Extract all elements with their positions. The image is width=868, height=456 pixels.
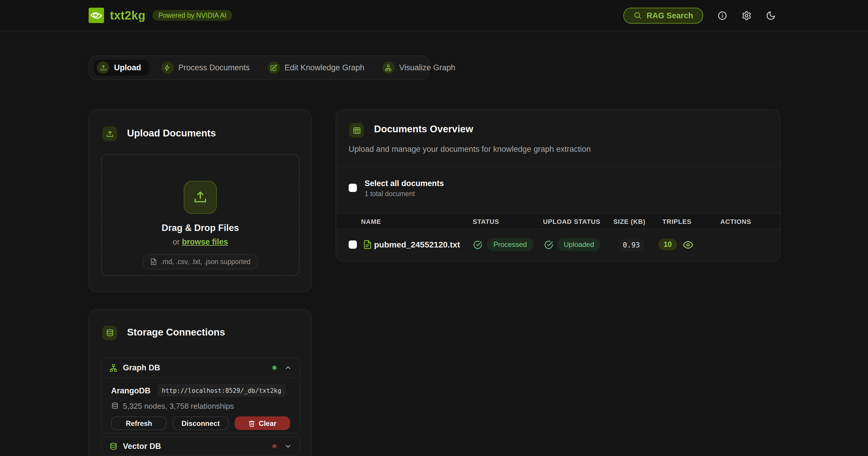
total-documents-label: 1 total document (365, 190, 444, 197)
table-row[interactable]: pubmed_24552120.txt Processed Uploaded 0… (336, 229, 780, 262)
chevron-up-icon[interactable] (284, 364, 292, 371)
status-badge: Processed (487, 238, 533, 251)
column-header-status: STATUS (473, 218, 499, 225)
disconnected-status-dot (272, 444, 277, 448)
divider (336, 167, 780, 167)
file-text-icon (363, 240, 372, 249)
column-header-actions: ACTIONS (720, 218, 751, 225)
chevron-down-icon[interactable] (284, 443, 292, 450)
top-bar: txt2kg Powered by NVIDIA AI RAG Search (0, 0, 868, 31)
card-title: Documents Overview (374, 124, 473, 135)
dropzone-title: Drag & Drop Files (102, 223, 299, 233)
upload-status-badge: Uploaded (557, 238, 601, 251)
info-icon[interactable] (717, 10, 727, 21)
storage-connections-card: Storage Connections Graph DB ArangoDB ht… (89, 309, 311, 456)
column-header-name: NAME (361, 218, 381, 225)
graph-network-icon (109, 364, 118, 372)
upload-icon (102, 126, 117, 141)
select-all-row: Select all documents 1 total document (349, 179, 444, 197)
powered-by-badge: Powered by NVIDIA AI (152, 10, 232, 21)
check-circle-icon (473, 240, 482, 249)
lightning-icon (161, 61, 174, 74)
row-checkbox[interactable] (349, 240, 357, 249)
database-icon (109, 442, 118, 450)
card-title: Upload Documents (127, 128, 216, 139)
document-name: pubmed_24552120.txt (374, 240, 460, 249)
database-icon (102, 325, 117, 340)
select-all-checkbox[interactable] (349, 184, 357, 192)
supported-formats-pill: .md, .csv, .txt, .json supported (143, 254, 258, 269)
or-text: or (173, 237, 180, 246)
browse-files-link[interactable]: browse files (182, 237, 228, 246)
nvidia-logo-icon (89, 8, 104, 23)
disconnect-label: Disconnect (181, 419, 219, 427)
view-eye-icon[interactable] (683, 240, 693, 250)
database-icon (111, 402, 119, 410)
settings-gear-icon[interactable] (742, 10, 752, 21)
documents-overview-card: Documents Overview Upload and manage you… (336, 109, 780, 262)
column-header-size: SIZE (KB) (613, 218, 646, 225)
size-value: 0.93 (619, 239, 644, 251)
dropzone-subtext: or browse files (102, 237, 299, 246)
card-title: Storage Connections (127, 327, 225, 338)
tab-visualize-graph[interactable]: Visualize Graph (380, 60, 461, 75)
triples-count-badge: 10 (658, 239, 677, 251)
tab-process-documents[interactable]: Process Documents (159, 60, 256, 75)
trash-icon (248, 420, 255, 427)
clear-button[interactable]: Clear (234, 416, 290, 430)
rag-search-button[interactable]: RAG Search (623, 7, 703, 23)
vector-db-panel: Vector DB (101, 436, 300, 455)
column-header-triples: TRIPLES (662, 218, 692, 225)
refresh-label: Refresh (126, 419, 152, 427)
refresh-button[interactable]: Refresh (111, 416, 167, 430)
table-grid-icon (349, 123, 364, 138)
graph-db-actions: Refresh Disconnect Clear (111, 416, 290, 430)
tab-label: Edit Knowledge Graph (284, 63, 364, 72)
graph-network-icon (382, 61, 395, 74)
graph-db-stats: 5,325 nodes, 3,758 relationships (111, 402, 290, 411)
upload-icon (184, 181, 217, 214)
tab-upload[interactable]: Upload (94, 60, 150, 75)
vector-db-label: Vector DB (123, 442, 272, 451)
graph-db-label: Graph DB (123, 363, 272, 372)
graph-db-details: ArangoDB http://localhost:8529/_db/txt2k… (102, 378, 300, 437)
edit-icon (267, 61, 280, 74)
topbar-actions: RAG Search (623, 7, 776, 23)
table-header: NAME STATUS UPLOAD STATUS SIZE (KB) TRIP… (336, 213, 780, 229)
clear-label: Clear (259, 419, 277, 427)
search-icon (633, 11, 642, 20)
select-all-label: Select all documents (365, 179, 444, 188)
tab-edit-knowledge-graph[interactable]: Edit Knowledge Graph (265, 60, 370, 75)
app: txt2kg Powered by NVIDIA AI RAG Search (0, 0, 868, 456)
graph-db-panel: Graph DB ArangoDB http://localhost:8529/… (101, 357, 300, 433)
supported-formats-label: .md, .csv, .txt, .json supported (161, 258, 251, 265)
stats-text: 5,325 nodes, 3,758 relationships (123, 402, 234, 411)
column-header-upload-status: UPLOAD STATUS (543, 218, 600, 225)
card-subtitle: Upload and manage your documents for kno… (349, 145, 591, 154)
tab-bar: Upload Process Documents Edit Knowledge … (89, 56, 429, 80)
dark-mode-moon-icon[interactable] (766, 10, 776, 21)
upload-icon (97, 61, 109, 74)
file-icon (150, 258, 157, 265)
vector-db-header[interactable]: Vector DB (102, 436, 300, 456)
check-circle-icon (544, 240, 553, 249)
graph-db-header[interactable]: Graph DB (102, 358, 300, 378)
tab-label: Process Documents (179, 63, 250, 72)
provider-name: ArangoDB (111, 386, 151, 395)
brand: txt2kg Powered by NVIDIA AI (89, 8, 232, 23)
connected-status-dot (272, 366, 277, 370)
drag-drop-zone[interactable]: Drag & Drop Files or browse files .md, .… (101, 154, 300, 276)
disconnect-button[interactable]: Disconnect (173, 416, 229, 430)
connection-url: http://localhost:8529/_db/txt2kg (157, 384, 286, 397)
app-name: txt2kg (110, 8, 145, 22)
upload-documents-card: Upload Documents Drag & Drop Files or br… (89, 109, 311, 292)
tab-label: Upload (114, 63, 141, 72)
rag-search-label: RAG Search (646, 11, 693, 20)
tab-label: Visualize Graph (399, 63, 455, 72)
